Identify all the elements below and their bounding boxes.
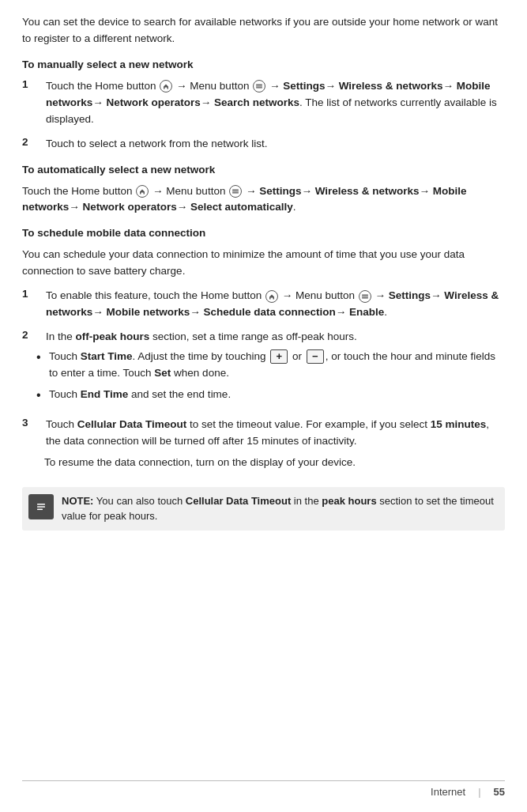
home-icon: [159, 80, 173, 92]
off-peak-label: off-peak hours: [76, 330, 150, 342]
step-text: Touch the Home button → Menu button → Se…: [46, 78, 505, 128]
step-text: In the off-peak hours section, set a tim…: [46, 329, 357, 346]
svg-rect-18: [37, 508, 43, 510]
note-box: NOTE: You can also touch Cellular Data T…: [22, 487, 505, 531]
page-content: You can set the device to search for ava…: [22, 14, 505, 531]
svg-rect-7: [232, 189, 239, 190]
schedule-step-2: 2 In the off-peak hours section, set a t…: [22, 329, 505, 409]
cdt-note-label: Cellular Data Timeout: [186, 495, 291, 507]
step-text: Touch to select a network from the netwo…: [46, 136, 505, 153]
svg-rect-16: [37, 504, 45, 505]
schedule-step-3: 3 Touch Cellular Data Timeout to set the…: [22, 417, 505, 479]
note-text: NOTE: You can also touch Cellular Data T…: [62, 493, 497, 524]
step-2-bullets: • Touch Start Time. Adjust the time by t…: [36, 349, 505, 409]
step-number: 2: [22, 136, 44, 148]
bullet-dot: •: [36, 349, 49, 366]
section-auto-heading: To automatically select a new network: [22, 164, 505, 176]
svg-rect-9: [232, 192, 239, 193]
step-number: 1: [22, 288, 44, 300]
cdt-label: Cellular Data Timeout: [77, 418, 187, 430]
set-label: Set: [154, 367, 171, 379]
menu-icon: [358, 289, 372, 301]
section-schedule-heading: To schedule mobile data connection: [22, 227, 505, 239]
section-auto-para: Touch the Home button → Menu button → Se…: [22, 183, 505, 217]
auto-path: Settings→ Wireless & networks→ Mobile ne…: [22, 185, 467, 213]
plus-button[interactable]: +: [270, 349, 288, 364]
step-path: Settings→ Wireless & networks→ Mobile ne…: [46, 80, 491, 108]
resume-text: To resume the data connection, turn on t…: [44, 455, 356, 471]
note-label: NOTE:: [62, 495, 93, 507]
svg-rect-17: [37, 506, 45, 508]
section-manual: To manually select a new network 1 Touch…: [22, 59, 505, 153]
step-2-main: 2 In the off-peak hours section, set a t…: [22, 329, 357, 346]
page-footer: Internet | 55: [22, 780, 505, 798]
start-time-label: Start Time: [81, 350, 133, 362]
bullet-start-time: • Touch Start Time. Adjust the time by t…: [36, 349, 505, 382]
svg-rect-8: [232, 191, 239, 191]
footer-divider: |: [478, 786, 480, 798]
svg-rect-14: [362, 297, 368, 298]
step-number: 2: [22, 329, 44, 341]
svg-rect-12: [362, 294, 368, 295]
section-auto: To automatically select a new network To…: [22, 164, 505, 217]
bullet-end-time: • Touch End Time and set the end time.: [36, 387, 505, 404]
menu-icon: [252, 80, 266, 92]
bullet-text: Touch Start Time. Adjust the time by tou…: [49, 349, 505, 382]
manual-step-1: 1 Touch the Home button → Menu button → …: [22, 78, 505, 128]
step-3-sub-para: To resume the data connection, turn on t…: [44, 455, 356, 479]
bullet-dot: •: [36, 387, 49, 404]
svg-rect-13: [362, 296, 368, 296]
svg-rect-2: [256, 85, 262, 85]
intro-paragraph: You can set the device to search for ava…: [22, 14, 505, 47]
minus-button[interactable]: −: [307, 349, 324, 364]
section-manual-list: 1 Touch the Home button → Menu button → …: [22, 78, 505, 153]
minutes-label: 15 minutes: [431, 418, 487, 430]
home-icon: [265, 289, 279, 301]
footer-page-number: 55: [494, 786, 505, 798]
bullet-text: Touch End Time and set the end time.: [49, 387, 505, 403]
step-3-main: 3 Touch Cellular Data Timeout to set the…: [22, 417, 505, 450]
manual-step-2: 2 Touch to select a network from the net…: [22, 136, 505, 153]
section-schedule: To schedule mobile data connection You c…: [22, 227, 505, 531]
step-text: To enable this feature, touch the Home b…: [46, 288, 505, 321]
schedule-step-1: 1 To enable this feature, touch the Home…: [22, 288, 505, 321]
section-schedule-intro: You can schedule your data connection to…: [22, 247, 505, 280]
step-number: 1: [22, 78, 44, 90]
footer-section-label: Internet: [431, 786, 465, 798]
pencil-icon: [33, 499, 49, 515]
svg-rect-3: [256, 86, 262, 87]
note-icon: [28, 494, 54, 519]
home-icon: [135, 185, 149, 197]
step-number: 3: [22, 417, 44, 429]
peak-hours-label: peak hours: [322, 495, 376, 507]
end-time-label: End Time: [81, 388, 129, 400]
menu-icon: [228, 185, 243, 197]
step-text: Touch Cellular Data Timeout to set the t…: [46, 417, 505, 450]
section-manual-heading: To manually select a new network: [22, 59, 505, 70]
section-schedule-list: 1 To enable this feature, touch the Home…: [22, 288, 505, 479]
svg-rect-4: [256, 88, 262, 89]
